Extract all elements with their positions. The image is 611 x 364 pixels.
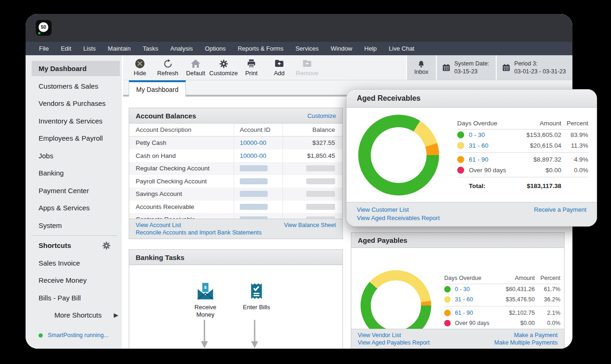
sidebar-item-my-dashboard[interactable]: My Dashboard: [32, 61, 120, 76]
legend-separator: [457, 152, 588, 153]
system-date-control[interactable]: System Date: 03-15-23: [436, 55, 496, 80]
sidebar-item-jobs[interactable]: Jobs: [26, 147, 122, 165]
range-0-30-link[interactable]: 0 - 30: [455, 286, 470, 292]
masked-balance: [306, 191, 335, 197]
menu-analysis[interactable]: Analysis: [164, 42, 198, 55]
reconcile-accounts-link[interactable]: Reconcile Accounts and Import Bank State…: [136, 229, 262, 236]
view-vendor-list-link[interactable]: View Vendor List: [358, 332, 401, 339]
add-button[interactable]: Add: [265, 58, 293, 77]
make-a-payment-link[interactable]: Make a Payment: [514, 332, 558, 339]
status-text: SmartPosting running...: [48, 332, 109, 338]
range-over-90-label: Over 90 days: [455, 320, 489, 326]
menu-tasks[interactable]: Tasks: [137, 42, 164, 55]
menu-live-chat[interactable]: Live Chat: [383, 42, 420, 55]
legend-separator: [444, 306, 560, 306]
table-row: Savings Account: [129, 188, 342, 201]
menu-help[interactable]: Help: [358, 42, 383, 55]
menu-window[interactable]: Window: [325, 42, 358, 55]
inbox-button[interactable]: Inbox: [406, 55, 436, 80]
sidebar-item-inventory-services[interactable]: Inventory & Services: [26, 112, 122, 130]
view-aged-payables-report-link[interactable]: View Aged Payables Report: [358, 339, 430, 346]
account-id-link[interactable]: 10000-00: [240, 152, 266, 159]
sidebar-item-vendors-purchases[interactable]: Vendors & Purchases: [26, 95, 122, 112]
navigation-sidebar: My Dashboard Customers & Sales Vendors &…: [26, 55, 123, 349]
shortcut-sales-invoice[interactable]: Sales Invoice: [26, 254, 122, 272]
account-balances-header: Account Balances Customize: [129, 108, 342, 124]
shortcut-receive-money[interactable]: Receive Money: [26, 272, 122, 289]
range-31-60-link[interactable]: 31 - 60: [469, 142, 488, 149]
view-aged-receivables-report-link[interactable]: View Aged Receivables Report: [357, 214, 440, 222]
view-customer-list-link[interactable]: View Customer List: [357, 206, 409, 214]
receive-a-payment-link[interactable]: Receive a Payment: [534, 206, 586, 214]
period-control[interactable]: Period 3: 03-01-23 - 03-31-23: [496, 55, 572, 80]
remove-button: Remove: [293, 58, 321, 77]
task-label: Enter Bills: [243, 304, 270, 311]
aged-receivables-header: Aged Receivables: [347, 90, 597, 108]
gear-icon[interactable]: [102, 241, 111, 250]
flow-arrow-icon: [200, 320, 209, 349]
customize-link[interactable]: Customize: [308, 112, 336, 119]
range-61-90-link[interactable]: 61 - 90: [469, 156, 488, 163]
shortcuts-title: Shortcuts: [39, 241, 71, 249]
account-description: Accounts Receivable: [129, 201, 234, 214]
legend-dot-over-90: [444, 320, 451, 326]
account-balance: $1,850.45: [283, 150, 342, 162]
bell-icon: [417, 60, 425, 68]
menu-services[interactable]: Services: [289, 42, 325, 55]
logo-status-dot: [38, 32, 40, 34]
add-folder-icon: [275, 58, 284, 69]
table-row: Regular Checking Account: [129, 162, 342, 175]
sidebar-item-payment-center[interactable]: Payment Center: [26, 182, 122, 200]
menu-options[interactable]: Options: [199, 42, 232, 55]
legend-dot-31-60: [457, 142, 464, 149]
menu-file[interactable]: File: [33, 42, 55, 55]
account-description: Savings Account: [129, 188, 234, 201]
enter-bills-task[interactable]: Enter Bills: [234, 281, 279, 311]
print-button[interactable]: Print: [237, 58, 265, 77]
menu-reports-forms[interactable]: Reports & Forms: [232, 42, 289, 55]
printer-icon: [247, 58, 256, 69]
menu-lists[interactable]: Lists: [77, 42, 102, 55]
sidebar-item-employees-payroll[interactable]: Employees & Payroll: [26, 130, 122, 147]
masked-account-id: [240, 204, 268, 210]
account-id-link[interactable]: 10000-00: [240, 139, 266, 146]
more-shortcuts-button[interactable]: More Shortcuts ▶: [26, 306, 122, 324]
calendar-icon: [502, 64, 510, 72]
menu-edit[interactable]: Edit: [55, 42, 77, 55]
chevron-right-icon: ▶: [114, 312, 118, 318]
flow-arrow-icon: [250, 320, 259, 349]
refresh-button[interactable]: Refresh: [154, 58, 182, 77]
legend-header: Days Overdue Amount Percent: [457, 117, 588, 130]
range-0-30-link[interactable]: 0 - 30: [469, 131, 485, 138]
panel-title: Banking Tasks: [136, 254, 184, 261]
shortcut-bills-pay-bill[interactable]: Bills - Pay Bill: [26, 289, 122, 307]
remove-folder-icon: [302, 58, 312, 69]
legend-row: 0 - 30 $153,605.02 83.9%: [457, 130, 588, 140]
receive-money-task[interactable]: $ ReceiveMoney: [183, 281, 228, 319]
legend-dot-0-30: [457, 131, 464, 138]
sidebar-divider: [32, 235, 117, 236]
legend-row: Over 90 days $0.00 0.0%: [457, 165, 588, 176]
menu-maintain[interactable]: Maintain: [102, 42, 137, 55]
default-button[interactable]: Default: [182, 58, 210, 77]
tab-my-dashboard[interactable]: My Dashboard: [129, 80, 186, 97]
view-balance-sheet-link[interactable]: View Balance Sheet: [284, 221, 336, 229]
make-multiple-payments-link[interactable]: Make Multiple Payments: [494, 339, 558, 346]
customize-button[interactable]: Customize: [210, 58, 237, 77]
aged-payables-header: Aged Payables: [351, 233, 564, 248]
view-account-list-link[interactable]: View Account List: [136, 221, 181, 229]
sidebar-item-system[interactable]: System: [26, 217, 122, 234]
hide-button[interactable]: Hide: [126, 58, 154, 77]
task-label: ReceiveMoney: [195, 304, 217, 319]
range-31-60-link[interactable]: 31 - 60: [455, 296, 473, 303]
sidebar-item-customers-sales[interactable]: Customers & Sales: [26, 78, 122, 95]
account-balances-panel: Account Balances Customize Account Descr…: [129, 108, 343, 239]
sidebar-item-banking[interactable]: Banking: [26, 164, 122, 182]
shortcuts-header: Shortcuts: [26, 237, 122, 254]
sidebar-item-apps-services[interactable]: Apps & Services: [26, 199, 122, 217]
legend-row: 31 - 60 $20,615.04 11.3%: [457, 140, 588, 151]
col-balance: Balance: [283, 124, 342, 136]
legend-row: 0 - 30 $60,431.26 61.7%: [444, 284, 560, 294]
smartposting-status[interactable]: SmartPosting running...: [39, 332, 109, 338]
range-61-90-link[interactable]: 61 - 90: [455, 310, 473, 316]
